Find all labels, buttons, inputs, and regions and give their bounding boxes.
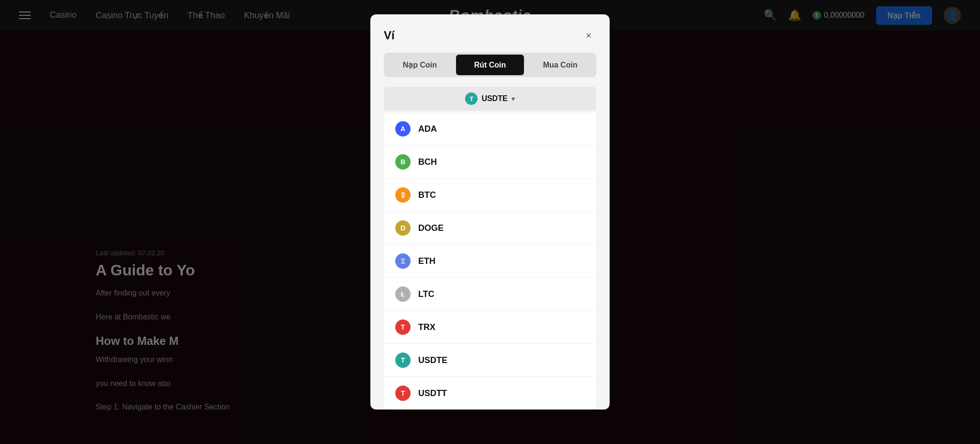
wallet-modal: Ví × Nạp Coin Rút Coin Mua Coin T USDTE … xyxy=(370,14,610,410)
chevron-down-icon: ▾ xyxy=(512,95,515,102)
coin-icon-btc: ₿ xyxy=(395,187,411,203)
coin-label-trx: TRX xyxy=(418,322,435,332)
coin-item-ltc[interactable]: ŁLTC xyxy=(384,278,596,311)
coin-icon-usdte: T xyxy=(395,353,411,368)
coin-item-usdte[interactable]: TUSDTE xyxy=(384,344,596,377)
coin-item-doge[interactable]: DDOGE xyxy=(384,212,596,245)
coin-label-ada: ADA xyxy=(418,124,437,134)
coin-icon-ltc: Ł xyxy=(395,286,411,302)
coin-icon-bch: B xyxy=(395,154,411,170)
coin-icon-doge: D xyxy=(395,220,411,236)
coin-label-usdte: USDTE xyxy=(418,355,447,365)
modal-header: Ví × xyxy=(384,28,596,43)
tab-nap-coin[interactable]: Nạp Coin xyxy=(386,55,454,75)
coin-label-eth: ETH xyxy=(418,256,435,266)
coin-icon-eth: Ξ xyxy=(395,253,411,269)
coin-item-ada[interactable]: AADA xyxy=(384,113,596,146)
selected-currency-icon: T xyxy=(465,92,478,105)
coin-dropdown-list: AADABBCH₿BTCDDOGEΞETHŁLTCTTRXTUSDTETUSDT… xyxy=(384,113,596,410)
coin-icon-usdtt: T xyxy=(395,386,411,401)
coin-item-usdtt[interactable]: TUSDTT xyxy=(384,377,596,410)
coin-item-eth[interactable]: ΞETH xyxy=(384,245,596,278)
coin-label-bch: BCH xyxy=(418,157,437,167)
coin-label-usdtt: USDTT xyxy=(418,388,447,398)
tab-rut-coin[interactable]: Rút Coin xyxy=(456,55,524,75)
coin-icon-trx: T xyxy=(395,319,411,335)
coin-label-ltc: LTC xyxy=(418,289,434,299)
coin-label-btc: BTC xyxy=(418,190,436,200)
coin-item-bch[interactable]: BBCH xyxy=(384,146,596,179)
coin-icon-ada: A xyxy=(395,121,411,137)
tab-mua-coin[interactable]: Mua Coin xyxy=(526,55,594,75)
currency-selector[interactable]: T USDTE ▾ xyxy=(384,87,596,111)
coin-label-doge: DOGE xyxy=(418,223,444,233)
selected-currency-name: USDTE xyxy=(481,94,507,103)
modal-overlay: Ví × Nạp Coin Rút Coin Mua Coin T USDTE … xyxy=(0,0,980,444)
coin-item-trx[interactable]: TTRX xyxy=(384,311,596,344)
tab-bar: Nạp Coin Rút Coin Mua Coin xyxy=(384,53,596,77)
modal-title: Ví xyxy=(384,29,395,42)
coin-item-btc[interactable]: ₿BTC xyxy=(384,179,596,212)
modal-close-button[interactable]: × xyxy=(581,28,596,43)
